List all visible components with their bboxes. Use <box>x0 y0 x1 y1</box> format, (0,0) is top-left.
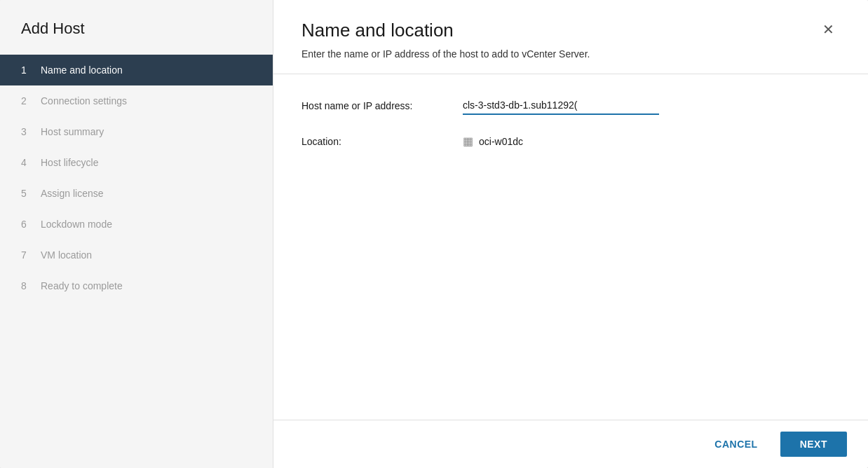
step-label-2: Connection settings <box>41 95 127 106</box>
footer: CANCEL NEXT <box>273 420 868 468</box>
step-num-5: 5 <box>21 188 32 199</box>
step-label-5: Assign license <box>41 188 104 199</box>
form-area: Host name or IP address: Location: ▦ oci… <box>273 74 868 420</box>
sidebar-step-2[interactable]: 2Connection settings <box>0 85 273 116</box>
steps-list: 1Name and location2Connection settings3H… <box>0 55 273 468</box>
location-row: Location: ▦ oci-w01dc <box>301 135 840 148</box>
step-num-3: 3 <box>21 126 32 137</box>
step-label-8: Ready to complete <box>41 280 123 291</box>
step-num-4: 4 <box>21 157 32 168</box>
step-label-3: Host summary <box>41 126 104 137</box>
sidebar-step-7[interactable]: 7VM location <box>0 240 273 270</box>
step-label-1: Name and location <box>41 64 123 76</box>
location-text: oci-w01dc <box>479 136 523 147</box>
main-header: Name and location ✕ <box>273 0 868 41</box>
step-num-7: 7 <box>21 249 32 261</box>
main-content: Name and location ✕ Enter the name or IP… <box>273 0 868 468</box>
step-num-2: 2 <box>21 95 32 106</box>
close-button[interactable]: ✕ <box>817 20 840 39</box>
step-label-4: Host lifecycle <box>41 157 98 168</box>
location-value: ▦ oci-w01dc <box>463 135 523 148</box>
location-label: Location: <box>301 136 463 147</box>
main-title: Name and location <box>301 20 454 41</box>
step-num-1: 1 <box>21 64 32 76</box>
step-label-7: VM location <box>41 249 92 261</box>
next-button[interactable]: NEXT <box>780 432 847 457</box>
datacenter-icon: ▦ <box>463 135 473 148</box>
dialog-title: Add Host <box>0 0 273 55</box>
add-host-dialog: Add Host 1Name and location2Connection s… <box>0 0 868 468</box>
sidebar-step-8[interactable]: 8Ready to complete <box>0 270 273 301</box>
step-label-6: Lockdown mode <box>41 219 112 230</box>
step-num-8: 8 <box>21 280 32 291</box>
sidebar-step-3[interactable]: 3Host summary <box>0 116 273 147</box>
main-description: Enter the name or IP address of the host… <box>273 41 868 60</box>
sidebar-step-5[interactable]: 5Assign license <box>0 178 273 209</box>
hostname-row: Host name or IP address: <box>301 97 840 115</box>
cancel-button[interactable]: CANCEL <box>700 432 771 457</box>
hostname-input[interactable] <box>463 97 659 115</box>
sidebar-step-6[interactable]: 6Lockdown mode <box>0 209 273 240</box>
step-num-6: 6 <box>21 219 32 230</box>
sidebar-step-1: 1Name and location <box>0 55 273 85</box>
sidebar-step-4[interactable]: 4Host lifecycle <box>0 147 273 178</box>
sidebar: Add Host 1Name and location2Connection s… <box>0 0 273 468</box>
hostname-label: Host name or IP address: <box>301 100 463 111</box>
